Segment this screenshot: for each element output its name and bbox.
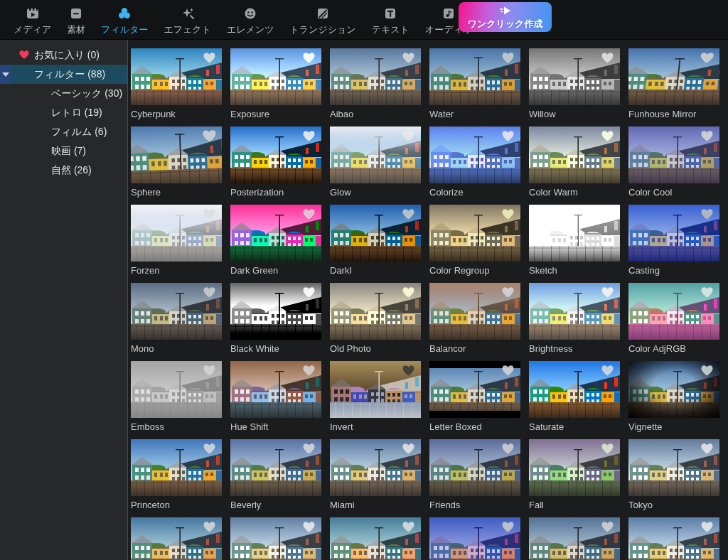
- filter-item[interactable]: Friends: [429, 439, 520, 511]
- filter-item[interactable]: Miami: [330, 439, 421, 511]
- filter-item[interactable]: Old Photo: [330, 283, 421, 355]
- filter-item[interactable]: Casting: [628, 205, 719, 276]
- favorite-heart-icon[interactable]: [601, 443, 614, 455]
- tab-elements[interactable]: エレメンツ: [219, 0, 282, 36]
- filter-thumbnail[interactable]: [529, 439, 620, 496]
- filter-thumbnail[interactable]: [330, 439, 421, 496]
- filter-item[interactable]: [529, 517, 620, 560]
- favorite-heart-icon[interactable]: [402, 443, 415, 455]
- filter-item[interactable]: [131, 517, 222, 560]
- one-click-create-button[interactable]: ワンクリック作成: [459, 2, 552, 32]
- filter-item[interactable]: Dark Green: [230, 205, 321, 276]
- favorite-heart-icon[interactable]: [700, 521, 714, 533]
- favorite-heart-icon[interactable]: [501, 365, 515, 377]
- filter-thumbnail[interactable]: [628, 126, 719, 183]
- favorite-heart-icon[interactable]: [501, 208, 515, 220]
- filter-thumbnail[interactable]: [628, 517, 719, 560]
- filter-thumbnail[interactable]: [131, 517, 222, 560]
- filter-item[interactable]: Brightness: [529, 283, 620, 355]
- filter-item[interactable]: Sketch: [529, 205, 620, 276]
- filter-item[interactable]: Balancor: [429, 283, 520, 355]
- filter-thumbnail[interactable]: [429, 205, 520, 262]
- favorite-heart-icon[interactable]: [302, 52, 316, 64]
- filter-thumbnail[interactable]: [330, 517, 421, 560]
- filter-item[interactable]: Color Regroup: [429, 205, 520, 276]
- filter-item[interactable]: Exposure: [230, 48, 321, 120]
- favorite-heart-icon[interactable]: [203, 208, 216, 220]
- favorite-heart-icon[interactable]: [501, 286, 515, 298]
- favorite-heart-icon[interactable]: [302, 365, 316, 377]
- filter-item[interactable]: Glow: [330, 126, 421, 198]
- filter-item[interactable]: Color Cool: [628, 126, 719, 198]
- filter-thumbnail[interactable]: [628, 361, 719, 418]
- filter-item[interactable]: Letter Boxed: [429, 361, 520, 433]
- favorite-heart-icon[interactable]: [203, 52, 216, 64]
- filter-item[interactable]: [230, 517, 321, 560]
- filter-thumbnail[interactable]: [529, 517, 620, 560]
- filter-thumbnail[interactable]: [230, 439, 321, 496]
- favorite-heart-icon[interactable]: [501, 52, 515, 64]
- filter-thumbnail[interactable]: [330, 283, 421, 340]
- favorite-heart-icon[interactable]: [203, 365, 216, 377]
- favorite-heart-icon[interactable]: [601, 52, 614, 64]
- filter-thumbnail[interactable]: [529, 205, 620, 262]
- sidebar-item-nature[interactable]: 自然 (26): [0, 161, 127, 180]
- favorite-heart-icon[interactable]: [700, 52, 714, 64]
- sidebar-item-retro[interactable]: レトロ (19): [0, 103, 127, 122]
- tab-text[interactable]: テキスト: [364, 0, 417, 36]
- favorite-heart-icon[interactable]: [402, 365, 415, 377]
- filter-thumbnail[interactable]: [529, 283, 620, 340]
- favorite-heart-icon[interactable]: [402, 130, 415, 142]
- favorite-heart-icon[interactable]: [203, 286, 216, 298]
- filter-item[interactable]: [429, 517, 520, 560]
- favorite-heart-icon[interactable]: [203, 521, 216, 533]
- filter-thumbnail[interactable]: [429, 48, 520, 105]
- filter-thumbnail[interactable]: [131, 283, 222, 340]
- favorite-heart-icon[interactable]: [700, 208, 714, 220]
- filter-item[interactable]: [330, 517, 421, 560]
- filter-thumbnail[interactable]: [330, 205, 421, 262]
- filter-thumbnail[interactable]: [230, 361, 321, 418]
- favorite-heart-icon[interactable]: [601, 208, 614, 220]
- filter-thumbnail[interactable]: [230, 283, 321, 340]
- filter-item[interactable]: Hue Shift: [230, 361, 321, 433]
- favorite-heart-icon[interactable]: [302, 521, 316, 533]
- favorite-heart-icon[interactable]: [601, 521, 614, 533]
- filter-item[interactable]: Invert: [330, 361, 421, 433]
- filter-item[interactable]: Beverly: [230, 439, 321, 511]
- filter-thumbnail[interactable]: [230, 48, 321, 105]
- tab-media[interactable]: メディア: [6, 0, 59, 36]
- favorite-heart-icon[interactable]: [203, 443, 216, 455]
- filter-item[interactable]: Colorize: [429, 126, 520, 198]
- favorite-heart-icon[interactable]: [402, 286, 415, 298]
- filter-thumbnail[interactable]: [230, 517, 321, 560]
- tab-assets[interactable]: 素材: [59, 0, 93, 36]
- favorite-heart-icon[interactable]: [302, 443, 316, 455]
- favorite-heart-icon[interactable]: [501, 443, 515, 455]
- filter-thumbnail[interactable]: [230, 205, 321, 262]
- filter-thumbnail[interactable]: [628, 205, 719, 262]
- filter-thumbnail[interactable]: [330, 361, 421, 418]
- filter-item[interactable]: [628, 517, 719, 560]
- favorite-heart-icon[interactable]: [700, 286, 714, 298]
- filter-item[interactable]: Fall: [529, 439, 620, 511]
- filter-item[interactable]: Forzen: [131, 205, 222, 276]
- filter-item[interactable]: Aibao: [330, 48, 421, 120]
- filter-item[interactable]: Tokyo: [628, 439, 719, 511]
- filter-thumbnail[interactable]: [628, 48, 719, 105]
- filter-item[interactable]: Funhouse Mirror: [628, 48, 719, 120]
- filter-thumbnail[interactable]: [131, 126, 222, 183]
- filter-thumbnail[interactable]: [429, 283, 520, 340]
- filter-item[interactable]: Mono: [131, 283, 222, 355]
- filter-item[interactable]: Sphere: [131, 126, 222, 198]
- favorite-heart-icon[interactable]: [601, 130, 614, 142]
- filter-thumbnail[interactable]: [628, 439, 719, 496]
- favorite-heart-icon[interactable]: [302, 208, 316, 220]
- sidebar-item-basic[interactable]: ベーシック (30): [0, 84, 127, 103]
- filter-thumbnail[interactable]: [429, 439, 520, 496]
- filter-item[interactable]: Posterization: [230, 126, 321, 198]
- filter-thumbnail[interactable]: [429, 517, 520, 560]
- favorite-heart-icon[interactable]: [302, 286, 316, 298]
- favorite-heart-icon[interactable]: [402, 521, 415, 533]
- filter-item[interactable]: Willow: [529, 48, 620, 120]
